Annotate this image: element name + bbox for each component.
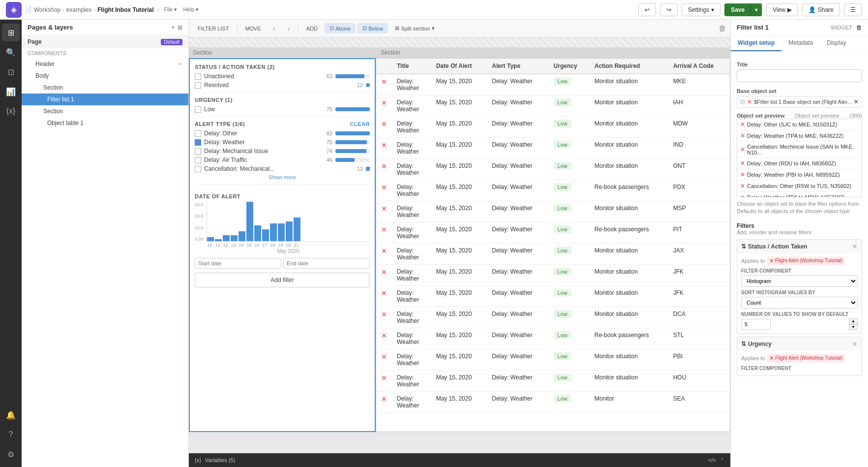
layers-grid-icon[interactable]: ⊞	[178, 24, 182, 31]
move-button[interactable]: MOVE	[240, 24, 266, 33]
layer-filter-list-1[interactable]: Filter list 1	[22, 93, 188, 105]
table-row[interactable]: ✕Delay:WeatherMay 15, 2020Delay: Weather…	[376, 138, 730, 159]
right-panel-delete-icon[interactable]: 🗑	[856, 24, 862, 31]
file-menu[interactable]: File ▾	[164, 6, 178, 13]
table-row[interactable]: ✕Delay:WeatherMay 15, 2020Delay: Weather…	[376, 201, 730, 222]
delay-mechanical-checkbox[interactable]	[195, 148, 201, 155]
settings-button[interactable]: Settings ▾	[682, 3, 720, 16]
code-icon[interactable]: </>	[708, 457, 716, 463]
sort-histogram-select[interactable]: Count	[741, 297, 858, 309]
variables-label[interactable]: Variables (5)	[205, 457, 236, 463]
stepper-up-button[interactable]: ▲	[849, 318, 858, 324]
table-row[interactable]: ✕Delay:WeatherMay 15, 2020Delay: Weather…	[376, 328, 730, 349]
header-edit-icon[interactable]: ✏	[178, 61, 182, 67]
sidebar-icon-bell[interactable]: 🔔	[2, 406, 20, 424]
split-section-button[interactable]: ⊞ Split section ▾	[390, 23, 439, 33]
remove-status-button[interactable]: ✕	[852, 243, 858, 250]
sidebar-icon-components[interactable]: ⊡	[2, 63, 20, 81]
base-obj-remove-button[interactable]: ✕	[854, 98, 859, 105]
above-button[interactable]: ⊡ Above	[325, 23, 356, 33]
tab-display[interactable]: Display	[820, 35, 853, 51]
clear-button[interactable]: Clear	[350, 121, 370, 127]
layer-section-2[interactable]: Section	[22, 105, 188, 117]
table-row[interactable]: ✕Delay:WeatherMay 15, 2020Delay: Weather…	[376, 244, 730, 265]
cancellation-mechanical-checkbox[interactable]	[195, 166, 201, 172]
delay-airtraffic-checkbox[interactable]	[195, 157, 201, 163]
table-row[interactable]: ✕Delay:WeatherMay 15, 2020Delay: Weather…	[376, 117, 730, 138]
move-urgency-icon[interactable]: ⇅	[741, 341, 746, 347]
table-row[interactable]: ✕Delay:WeatherMay 15, 2020Delay: Weather…	[376, 95, 730, 117]
start-date-input[interactable]	[195, 258, 281, 269]
table-row[interactable]: ✕Delay:WeatherMay 15, 2020Delay: Weather…	[376, 159, 730, 180]
num-default-input[interactable]	[741, 319, 771, 330]
table-row[interactable]: ✕Delay:WeatherMay 15, 2020Delay: Weather…	[376, 371, 730, 392]
save-caret-button[interactable]: ▾	[750, 3, 762, 16]
page-label[interactable]: Page	[28, 38, 42, 45]
menu-button[interactable]: ☰	[844, 3, 862, 16]
add-filter-button[interactable]: Add filter	[195, 273, 370, 287]
show-more-button[interactable]: Show more	[195, 174, 370, 180]
table-row[interactable]: ✕Delay:WeatherMay 15, 2020Delay: Weather…	[376, 349, 730, 371]
th-urgency: Urgency	[549, 59, 590, 74]
below-button[interactable]: ⊡ Below	[358, 23, 388, 33]
filter-list-button[interactable]: FILTER LIST	[193, 24, 234, 33]
table-container[interactable]: Title Date Of Alert Alert Type Urgency A…	[376, 59, 730, 413]
date-of-alert-title: DATE OF ALERT	[195, 193, 370, 199]
toolbar-sep-2	[298, 24, 299, 33]
star-icon[interactable]: ☆	[156, 6, 161, 13]
filter-component-select-status[interactable]: Histogram	[741, 275, 858, 287]
layer-object-table-1[interactable]: Object table 1	[22, 117, 188, 129]
row-status-icon: ✕	[381, 226, 387, 234]
view-button[interactable]: View ▶	[766, 3, 798, 16]
share-button[interactable]: 👤 Share	[802, 3, 840, 16]
page-icon: 📄	[25, 6, 32, 13]
sidebar-icon-pages[interactable]: ⊞	[2, 24, 20, 41]
delay-other-label: Delay: Other	[204, 130, 320, 137]
obj-item-text-3: Cancellation: Mechincal Issue (SAN to MK…	[747, 144, 859, 156]
delay-weather-checkbox[interactable]	[195, 139, 201, 146]
delete-widget-button[interactable]: 🗑	[718, 24, 726, 33]
breadcrumb-workshop[interactable]: Workshop	[34, 6, 60, 13]
redo-button[interactable]: ↪	[660, 3, 678, 16]
sidebar-icon-help[interactable]: ?	[2, 426, 20, 443]
resolved-checkbox[interactable]	[195, 82, 201, 89]
layers-add-icon[interactable]: +	[171, 24, 175, 31]
move-status-icon[interactable]: ⇅	[741, 243, 746, 250]
split-icon: ⊞	[395, 25, 399, 31]
stepper-down-button[interactable]: ▼	[849, 324, 858, 330]
layer-section-1[interactable]: Section	[22, 82, 188, 93]
x-12: 12	[222, 243, 229, 248]
low-checkbox[interactable]	[195, 106, 201, 113]
obj-item-icon-5: ✕	[740, 171, 745, 178]
row-date: May 15, 2020	[431, 180, 487, 201]
table-row[interactable]: ✕Delay:WeatherMay 15, 2020Delay: Weather…	[376, 222, 730, 244]
table-row[interactable]: ✕Delay:WeatherMay 15, 2020Delay: Weather…	[376, 286, 730, 307]
tab-metadata[interactable]: Metadata	[781, 35, 820, 51]
sidebar-icon-variables[interactable]: {x}	[2, 102, 20, 120]
sidebar-icon-search[interactable]: 🔍	[2, 43, 20, 61]
title-input[interactable]	[737, 69, 862, 82]
urgency-badge: Low	[554, 395, 571, 403]
layer-body[interactable]: Body	[22, 70, 188, 82]
table-row[interactable]: ✕Delay:WeatherMay 15, 2020Delay: Weather…	[376, 392, 730, 413]
layer-header[interactable]: Header ✏	[22, 58, 188, 70]
breadcrumb-examples[interactable]: examples	[66, 6, 91, 13]
table-row[interactable]: ✕Delay:WeatherMay 15, 2020Delay: Weather…	[376, 265, 730, 286]
table-row[interactable]: ✕Delay:WeatherMay 15, 2020Delay: Weather…	[376, 74, 730, 95]
table-row[interactable]: ✕Delay:WeatherMay 15, 2020Delay: Weather…	[376, 307, 730, 328]
remove-urgency-button[interactable]: ✕	[852, 340, 858, 348]
expand-button[interactable]: ⌃	[720, 457, 724, 464]
delay-other-checkbox[interactable]	[195, 130, 201, 137]
save-button[interactable]: Save	[724, 3, 750, 16]
help-menu[interactable]: Help ▾	[183, 6, 199, 13]
add-button[interactable]: ADD	[301, 24, 323, 33]
undo-button[interactable]: ↩	[638, 3, 656, 16]
table-row[interactable]: ✕Delay:WeatherMay 15, 2020Delay: Weather…	[376, 180, 730, 201]
sidebar-icon-data[interactable]: 📊	[2, 83, 20, 100]
move-down-button[interactable]: ↓	[282, 24, 295, 33]
tab-widget-setup[interactable]: Widget setup	[731, 35, 781, 51]
sidebar-icon-settings[interactable]: ⚙	[2, 445, 20, 463]
move-up-button[interactable]: ↑	[268, 24, 281, 33]
end-date-input[interactable]	[283, 258, 370, 269]
unactioned-checkbox[interactable]	[195, 73, 201, 80]
